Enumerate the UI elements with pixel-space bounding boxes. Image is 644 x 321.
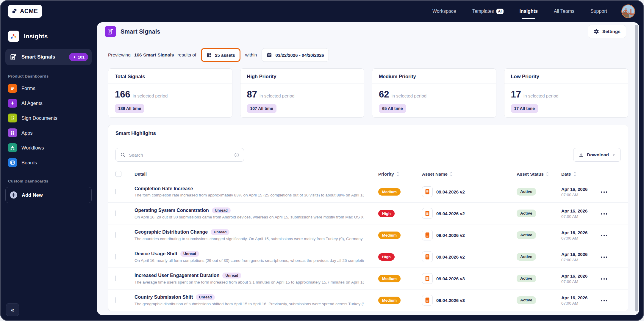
ai-agents-icon [8,99,17,108]
row-checkbox[interactable] [115,254,116,259]
unread-badge: Unread [211,229,229,235]
sidebar-app-header: Insights [5,29,92,49]
nav-all-teams[interactable]: All Teams [554,9,574,14]
settings-button[interactable]: Settings [588,25,626,38]
row-checkbox[interactable] [115,297,116,303]
smart-signals-page-icon [105,26,116,37]
row-menu-button[interactable] [600,190,608,195]
row-time: 07:00 AM [561,301,600,306]
status-badge: Active [517,296,536,304]
asset-name: 09.04.2026 v3 [436,298,465,303]
status-badge: Active [517,231,536,239]
row-menu-button[interactable] [600,233,608,238]
nav-insights[interactable]: Insights [520,9,538,14]
sidebar: Insights Smart Signals ✦ 101 Product Das… [0,22,97,321]
column-asset-name[interactable]: Asset Name [422,171,517,177]
search-icon [120,152,126,158]
sidebar-item-forms[interactable]: Forms [5,81,92,96]
row-date: Apr 16, 2026 [561,230,600,235]
row-checkbox[interactable] [115,210,116,216]
scrollbar-thumb[interactable] [635,25,638,311]
priority-badge: High [378,210,395,217]
calendar-icon [266,52,272,58]
plus-circle-icon [10,191,18,199]
status-badge: Active [517,188,536,196]
sidebar-item-apps[interactable]: Apps [5,125,92,140]
stat-value: 17 [511,89,521,100]
smart-highlights-title: Smart Highlights [108,125,628,142]
table-row[interactable]: Country Submission ShiftUnread The geogr… [108,289,628,311]
row-menu-button[interactable] [600,211,608,216]
gear-icon [593,29,599,34]
status-badge: Active [517,210,536,217]
table-row[interactable]: Completion Rate Increase The form comple… [108,181,628,202]
boards-icon [8,158,17,167]
assets-filter-button[interactable]: 25 assets [201,48,240,62]
column-date[interactable]: Date [561,171,600,177]
table-row[interactable]: Geographic Distribution ChangeUnread The… [108,224,628,246]
row-menu-button[interactable] [600,276,608,281]
alltime-badge: 107 All time [247,104,276,113]
priority-badge: High [378,253,395,261]
forms-icon [8,84,17,93]
top-nav: Workspace Templates AI Insights All Team… [432,4,635,18]
table-row[interactable]: Device Usage ShiftUnread On April 16, ne… [108,246,628,268]
table-row[interactable]: Operating System ConcentrationUnread On … [108,202,628,224]
row-time: 07:00 AM [561,193,600,197]
search-input-wrapper [115,148,244,162]
nav-templates[interactable]: Templates AI [472,9,504,14]
nav-support[interactable]: Support [590,9,607,14]
collapse-chevrons-icon: « [11,306,14,313]
download-button[interactable]: Download [573,148,621,162]
row-checkbox[interactable] [115,232,116,238]
row-date: Apr 16, 2026 [561,208,600,213]
main-panel: Smart Signals Settings Previewing 166 Sm… [97,22,639,315]
date-range-button[interactable]: 03/22/2026 - 04/20/2026 [262,48,329,62]
status-badge: Active [517,275,536,282]
sidebar-item-sign-documents[interactable]: Sign Documents [5,111,92,125]
column-priority[interactable]: Priority [364,171,422,177]
nav-workspace[interactable]: Workspace [432,9,456,14]
signal-description: The geographic distribution of submissio… [135,302,364,306]
status-badge: Active [517,253,536,261]
select-all-checkbox[interactable] [115,171,121,177]
column-asset-status[interactable]: Asset Status [517,171,561,177]
preview-bar: Previewing 166 Smart Signals results of … [97,41,639,62]
row-time: 07:00 AM [561,214,600,219]
sort-icon [396,171,399,177]
table-header: Detail Priority Asset Name Asset Status … [108,167,628,181]
insights-app-icon [8,31,19,42]
sidebar-item-smart-signals[interactable]: Smart Signals ✦ 101 [5,49,92,65]
user-avatar[interactable] [621,4,635,18]
unread-badge: Unread [212,207,231,214]
table-row[interactable]: Increased User Engagement DurationUnread… [108,268,628,289]
sparkle-icon: ✦ [73,55,76,59]
section-custom-dashboards: Custom Dashboards [8,179,92,183]
ai-badge: AI [496,9,504,14]
signal-description: The average time users spent on the form… [135,280,364,284]
asset-name: 09.04.2026 v2 [436,211,465,216]
info-icon[interactable] [234,152,240,158]
acme-logo[interactable]: ACME [8,5,42,18]
row-menu-button[interactable] [600,255,608,260]
signal-description: On April 16, 29 out of 30 submissions ca… [135,215,364,219]
sidebar-collapse-button[interactable]: « [6,303,19,316]
row-menu-button[interactable] [600,298,608,303]
signal-description: The form completion rate increased from … [135,193,364,197]
sidebar-item-boards[interactable]: Boards [5,155,92,170]
stat-value: 87 [247,89,257,100]
form-asset-icon [422,186,433,197]
row-checkbox[interactable] [115,276,116,281]
row-date: Apr 16, 2026 [561,252,600,257]
sort-icon [573,171,576,177]
sidebar-item-workflows[interactable]: Workflows [5,140,92,155]
preview-within: within [245,52,257,58]
row-date: Apr 16, 2026 [561,187,600,192]
sidebar-item-ai-agents[interactable]: AI Agents [5,96,92,111]
signal-title: Operating System Concentration [135,208,209,213]
download-icon [578,152,584,158]
row-checkbox[interactable] [115,189,116,194]
search-input[interactable] [129,152,231,158]
add-new-button[interactable]: Add New [5,187,92,203]
preview-of: results of [177,52,196,58]
